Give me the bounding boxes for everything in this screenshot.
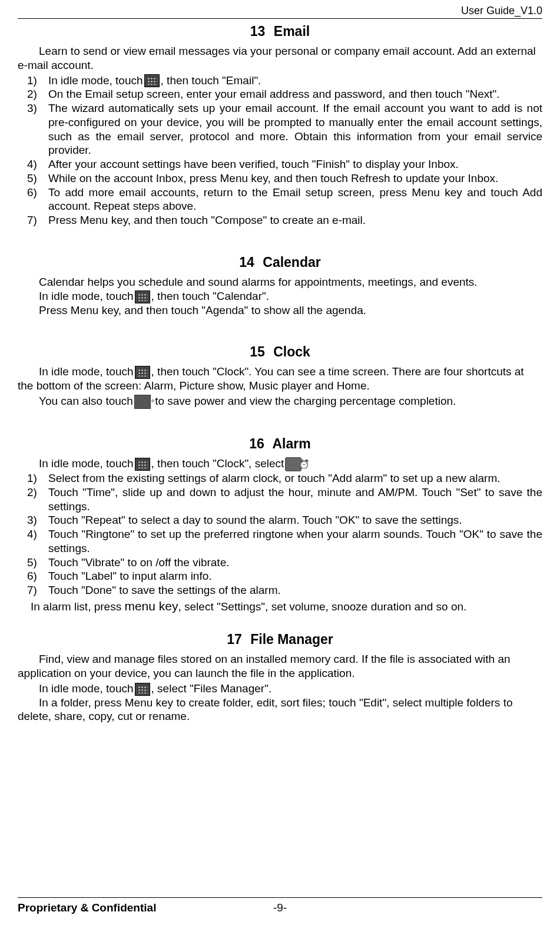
list-item: 4)After your account settings have been … [48,157,542,171]
p2-pre: In idle mode, touch [39,682,134,695]
section-15-num: 15 [250,344,265,359]
section-15-p2: You can also touch to save power and vie… [18,394,542,409]
section-16-settings: In alarm list, press menu key, select "S… [18,599,542,614]
item-num: 2) [27,87,37,101]
section-13-list: 1) In idle mode, touch, then touch "Emai… [18,74,542,227]
item-num: 1) [27,471,37,485]
section-17-title: File Manager [250,632,333,647]
list-item: 1) In idle mode, touch, then touch "Emai… [48,74,542,88]
apps-grid-icon [135,366,150,379]
item-num: 3) [27,513,37,527]
list-item: 2)Touch "Time", slide up and down to adj… [48,485,542,514]
section-15-title: Clock [273,344,310,359]
item-text: Touch "Ringtone" to set up the preferred… [48,528,542,554]
section-14-heading: 14 Calendar [18,255,542,270]
item-num: 3) [27,101,37,115]
section-17-p3: In a folder, press Menu key to create fo… [18,696,542,724]
item-text: Select from the existing settings of ala… [48,472,501,484]
item-num: 6) [27,186,37,200]
list-item: 2)On the Email setup screen, enter your … [48,87,542,101]
apps-grid-icon [135,683,150,696]
p2-pre: In idle mode, touch [39,290,134,302]
item-text: Touch "Done" to save the settings of the… [48,584,281,596]
list-item: 6)Touch "Label" to input alarm info. [48,569,542,583]
section-16-num: 16 [249,436,264,451]
list-item: 4)Touch "Ringtone" to set up the preferr… [48,527,542,556]
item-text: To add more email accounts, return to th… [48,186,542,213]
apps-grid-icon [135,290,150,303]
section-16-heading: 16 Alarm [18,436,542,452]
section-15-heading: 15 Clock [18,344,542,360]
item-text: Press Menu key, and then touch "Compose"… [48,214,366,226]
p2-post: , select "Files Manager". [151,682,272,695]
section-16-p1: In idle mode, touch, then touch "Clock",… [18,457,542,471]
p1-pre: In idle mode, touch [39,457,134,470]
item-text: After your account settings have been ve… [48,158,459,170]
dimmer-icon [134,395,151,409]
p2-post: to save power and view the charging perc… [152,395,456,407]
section-14-p3: Press Menu key, and then touch "Agenda" … [18,303,542,318]
section-16-list: 1)Select from the existing settings of a… [18,471,542,597]
section-14-p2: In idle mode, touch, then touch "Calenda… [18,289,542,303]
item-num: 4) [27,527,37,541]
item-text: While on the account Inbox, press Menu k… [48,172,498,184]
item-num: 2) [27,485,37,500]
item-text-post: , then touch "Email". [161,74,261,87]
section-13-intro: Learn to send or view email messages via… [18,44,542,72]
section-16-title: Alarm [272,436,310,451]
footer-page-number: -9- [273,901,287,914]
section-17-p1: Find, view and manage files stored on an… [18,652,542,680]
settings-a: In alarm list, press [31,600,124,613]
section-13-num: 13 [250,24,266,39]
item-num: 5) [27,171,37,186]
item-text: Touch "Label" to input alarm info. [48,570,212,582]
p1-pre: In idle mode, touch [39,365,134,378]
item-text: Touch "Repeat" to select a day to sound … [48,514,462,526]
list-item: 7)Press Menu key, and then touch "Compos… [48,213,542,227]
footer-proprietary: Proprietary & Confidential [18,901,156,914]
list-item: 7)Touch "Done" to save the settings of t… [48,583,542,597]
list-item: 5)Touch "Vibrate" to on /off the vibrate… [48,556,542,570]
item-num: 7) [27,583,37,597]
settings-b: , select "Settings", set volume, snooze … [178,600,466,613]
section-17-heading: 17 File Manager [18,632,542,648]
item-text: The wizard automatically sets up your em… [48,102,542,156]
item-num: 4) [27,157,37,171]
settings-menu: menu key [124,599,178,613]
p1-mid: , then touch "Clock", select [151,457,284,470]
item-num: 7) [27,213,37,227]
section-17-num: 17 [227,632,242,647]
item-num: 6) [27,569,37,583]
section-14-num: 14 [239,255,254,270]
page-header: User Guide_V1.0 [18,0,542,19]
section-14-p1: Calendar helps you schedule and sound al… [18,275,542,289]
section-15-p1: In idle mode, touch, then touch "Clock".… [18,365,542,393]
item-num: 5) [27,556,37,570]
header-title: User Guide_V1.0 [461,5,542,16]
item-num: 1) [27,74,37,88]
apps-grid-icon [144,74,160,87]
list-item: 6)To add more email accounts, return to … [48,186,542,214]
section-13-title: Email [274,24,310,39]
item-text: On the Email setup screen, enter your em… [48,88,500,100]
item-text-pre: In idle mode, touch [48,74,143,87]
section-13-heading: 13 Email [18,24,542,39]
item-text: Touch "Time", slide up and down to adjus… [48,486,542,513]
section-17-p2: In idle mode, touch, select "Files Manag… [18,682,542,696]
apps-grid-icon [135,458,150,471]
list-item: 3)Touch "Repeat" to select a day to soun… [48,513,542,527]
list-item: 1)Select from the existing settings of a… [48,471,542,485]
p2-post: , then touch "Calendar". [151,290,269,302]
list-item: 5)While on the account Inbox, press Menu… [48,171,542,186]
section-14-title: Calendar [263,255,320,270]
alarm-clock-icon [285,457,301,471]
list-item: 3)The wizard automatically sets up your … [48,101,542,157]
page-footer: Proprietary & Confidential -9- [18,897,542,914]
p2-pre: You can also touch [39,395,133,407]
item-text: Touch "Vibrate" to on /off the vibrate. [48,556,229,569]
